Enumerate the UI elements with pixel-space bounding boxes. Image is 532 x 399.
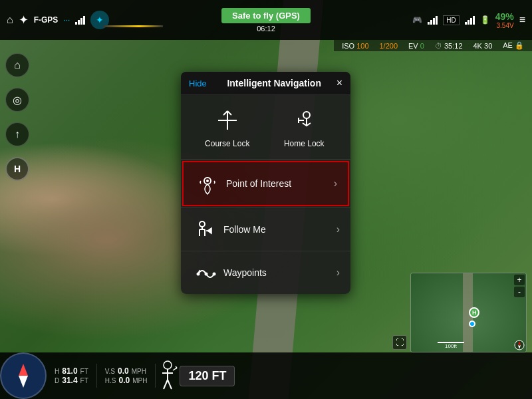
- follow-me-menu-row[interactable]: Follow Me ›: [181, 208, 350, 251]
- modal-close-button[interactable]: ×: [336, 77, 342, 89]
- poi-icon: [194, 170, 221, 197]
- intelligent-navigation-modal: Hide Intelligent Navigation × Course Loc…: [181, 72, 350, 294]
- waypoints-label: Waypoints: [223, 267, 336, 278]
- home-lock-icon: [289, 106, 319, 135]
- home-lock-item[interactable]: Home Lock: [269, 106, 340, 148]
- waypoints-arrow: ›: [336, 267, 340, 279]
- svg-point-4: [303, 112, 310, 118]
- poi-label: Point of Interest: [226, 178, 334, 189]
- follow-me-arrow: ›: [336, 223, 340, 235]
- menu-list: Point of Interest › Fol: [181, 160, 350, 294]
- poi-arrow: ›: [334, 178, 337, 190]
- follow-me-icon: [192, 216, 218, 243]
- nav-grid: Course Lock Home Lock: [181, 95, 350, 160]
- home-lock-label: Home Lock: [284, 139, 325, 148]
- svg-point-12: [205, 273, 208, 276]
- follow-me-label: Follow Me: [223, 224, 336, 235]
- modal-overlay: Hide Intelligent Navigation × Course Loc…: [0, 0, 532, 399]
- poi-menu-row[interactable]: Point of Interest ›: [182, 161, 349, 206]
- svg-point-9: [200, 221, 205, 227]
- modal-header: Hide Intelligent Navigation ×: [181, 72, 350, 95]
- waypoints-menu-row[interactable]: Waypoints ›: [181, 251, 350, 294]
- modal-title: Intelligent Navigation: [212, 78, 336, 88]
- svg-point-8: [206, 180, 209, 182]
- course-lock-item[interactable]: Course Lock: [192, 106, 263, 148]
- waypoints-icon: [192, 259, 218, 286]
- modal-hide-button[interactable]: Hide: [189, 78, 207, 88]
- svg-point-13: [213, 273, 216, 276]
- course-lock-icon: [213, 106, 242, 135]
- course-lock-label: Course Lock: [205, 139, 249, 148]
